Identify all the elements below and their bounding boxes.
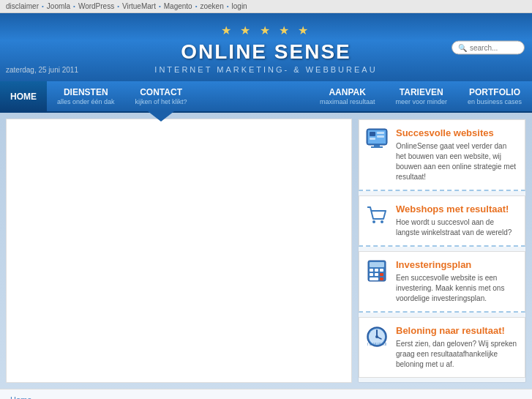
panel-webshops-text: Hoe wordt u succesvol aan de langste win… <box>396 217 517 238</box>
date-bar: zaterdag, 25 juni 2011 <box>6 66 78 74</box>
top-bar: disclaimer • Joomla • WordPress • Virtue… <box>0 0 532 13</box>
svg-rect-3 <box>377 132 384 134</box>
page-wrap: disclaimer • Joomla • WordPress • Virtue… <box>0 0 532 399</box>
panel-webshops: Webshops met resultaat! Hoe wordt u succ… <box>359 195 525 247</box>
breadcrumb-home-link[interactable]: Home <box>10 395 31 399</box>
panel-succesvolle-title: Succesvolle websites <box>396 127 517 138</box>
svg-rect-7 <box>371 146 383 148</box>
panel-beloning: I III VI IX XII Beloning naar resultaat!… <box>359 317 525 378</box>
search-icon: 🔍 <box>458 43 467 51</box>
nav-diensten[interactable]: DIENSTEN alles onder één dak <box>47 81 125 111</box>
cart-icon <box>365 204 389 227</box>
topbar-magento[interactable]: Magento <box>164 2 192 10</box>
topbar-wordpress[interactable]: WordPress <box>78 2 114 10</box>
svg-rect-6 <box>374 145 380 146</box>
svg-point-8 <box>372 220 375 223</box>
svg-rect-2 <box>370 132 375 136</box>
svg-rect-5 <box>370 138 375 140</box>
right-col: Succesvolle websites OnlineSense gaat ve… <box>358 119 526 383</box>
svg-rect-4 <box>377 135 384 138</box>
panel-beloning-text: Eerst zien, dan geloven? Wij spreken gra… <box>396 339 517 370</box>
svg-rect-17 <box>380 273 383 276</box>
topbar-login[interactable]: login <box>232 2 247 10</box>
left-content-area <box>6 119 352 383</box>
globe-icon <box>365 127 389 151</box>
nav-contact[interactable]: CONTACT kijken of het klikt? <box>125 81 198 111</box>
main-wrapper: Succesvolle websites OnlineSense gaat ve… <box>0 113 532 389</box>
topbar-zoeken[interactable]: zoeken <box>200 2 223 10</box>
svg-rect-11 <box>370 262 384 267</box>
panel-beloning-title: Beloning naar resultaat! <box>396 325 517 336</box>
svg-point-9 <box>381 220 383 223</box>
search-input[interactable] <box>470 43 521 51</box>
svg-rect-19 <box>380 277 383 280</box>
panel-investeringsplan-title: Investeringsplan <box>396 259 517 270</box>
svg-rect-13 <box>375 269 378 272</box>
calculator-icon <box>365 259 389 283</box>
panel-succesvolle-text: OnlineSense gaat veel verder dan het bou… <box>396 141 517 182</box>
panel-succesvolle: Succesvolle websites OnlineSense gaat ve… <box>359 119 525 191</box>
topbar-virtuemart[interactable]: VirtueMart <box>122 2 156 10</box>
nav-home[interactable]: HOME <box>0 81 47 111</box>
topbar-disclaimer[interactable]: disclaimer <box>6 2 39 10</box>
svg-text:I III VI IX XII: I III VI IX XII <box>367 342 387 346</box>
search-box[interactable]: 🔍 <box>452 40 525 54</box>
svg-rect-16 <box>375 273 378 276</box>
svg-rect-18 <box>370 277 378 280</box>
topbar-joomla[interactable]: Joomla <box>47 2 70 10</box>
svg-rect-14 <box>380 269 383 272</box>
nav-aanpak[interactable]: AANPAK maximaal resultaat <box>310 81 386 111</box>
logo-area: ★ ★ ★ ★ ★ ONLINE SENSE INTERNET MARKETIN… <box>0 13 532 81</box>
breadcrumb: Home <box>10 395 522 399</box>
nav-tarieven[interactable]: TARIEVEN meer voor minder <box>385 81 457 111</box>
bottom-section: Home Resultaatgedreven internet marketin… <box>0 389 532 399</box>
nav-chevron <box>148 111 174 122</box>
logo-subtitle: INTERNET MARKETING- & WEBBUREAU <box>0 65 532 74</box>
clock-icon: I III VI IX XII <box>365 325 389 348</box>
panel-investeringsplan: Investeringsplan Een succesvolle website… <box>359 251 525 313</box>
svg-rect-12 <box>370 269 373 272</box>
right-col-inner: Succesvolle websites OnlineSense gaat ve… <box>358 119 526 383</box>
nav: HOME DIENSTEN alles onder één dak CONTAC… <box>0 81 532 113</box>
logo-stars: ★ ★ ★ ★ ★ <box>0 23 532 37</box>
panel-webshops-title: Webshops met resultaat! <box>396 204 517 215</box>
nav-portfolio[interactable]: PORTFOLIO en business cases <box>457 81 532 111</box>
svg-rect-15 <box>370 273 373 276</box>
panel-investeringsplan-text: Een succesvolle website is een investeri… <box>396 273 517 304</box>
